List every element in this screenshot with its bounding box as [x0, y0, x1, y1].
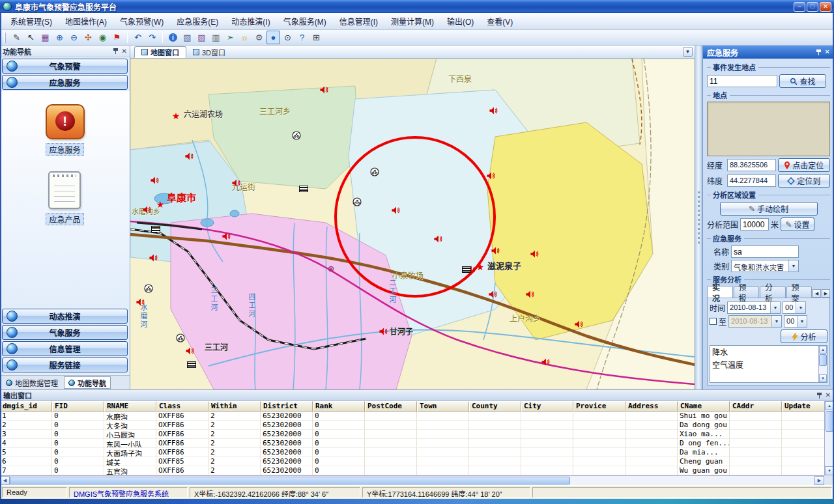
column-header-update[interactable]: Update	[782, 401, 824, 412]
chevron-down-icon[interactable]: ▼	[770, 302, 780, 313]
menu-system-management[interactable]: 系统管理(S)	[4, 14, 59, 29]
visibility-eye[interactable]: ⊙	[281, 31, 295, 44]
analyze-button[interactable]: 分析	[781, 329, 827, 343]
zoom-in[interactable]: ⊕	[53, 31, 66, 44]
scroll-up-arrow[interactable]: ▲	[819, 346, 827, 354]
place-listbox[interactable]	[707, 102, 830, 156]
service-name-input[interactable]	[731, 245, 799, 258]
tab-scroll-left[interactable]: ◀	[812, 289, 821, 298]
emergency-service-item[interactable]: ! 应急服务	[46, 104, 85, 156]
nav-info-management[interactable]: 信息管理	[2, 341, 128, 356]
table-row[interactable]: 40东风一小队OXFF8626523020000D ong fen...	[0, 439, 824, 448]
maximize-button[interactable]: □	[807, 2, 818, 12]
edit-pencil[interactable]: ✎	[10, 31, 23, 44]
table-row[interactable]: 20大冬沟OXFF8626523020000Da dong gou	[0, 421, 824, 430]
select-arrow[interactable]: ↖	[24, 31, 38, 44]
analysis-range-input[interactable]	[740, 218, 769, 231]
menu-output[interactable]: 输出(O)	[440, 14, 480, 29]
column-header-rname[interactable]: RNAME	[104, 401, 156, 412]
column-header-caddr[interactable]: CAddr	[730, 401, 782, 412]
zoom-next[interactable]: ↷	[145, 31, 159, 44]
identify-info[interactable]: i	[166, 31, 180, 44]
chevron-down-icon[interactable]: ▼	[788, 260, 798, 272]
close-icon[interactable]: ✕	[122, 48, 127, 55]
menu-emergency-service[interactable]: 应急服务(E)	[170, 14, 225, 29]
start-date-combo[interactable]: 2010-08-13 ▼	[727, 301, 781, 314]
manual-draw-button[interactable]: ✎ 手动绘制	[720, 202, 818, 216]
find-button[interactable]: 查找	[779, 74, 826, 88]
map-splitter[interactable]	[695, 46, 702, 389]
chevron-down-icon[interactable]: ▼	[797, 316, 807, 327]
zoom-previous[interactable]: ↶	[131, 31, 145, 44]
tab-live[interactable]: 实况	[707, 286, 733, 298]
tab-function-navigation[interactable]: 功能导航	[64, 376, 111, 389]
output-horizontal-scrollbar[interactable]: ◀ ▶	[0, 475, 824, 485]
column-header-fid[interactable]: FID	[52, 401, 104, 412]
menu-weather-warning[interactable]: 气象预警(W)	[113, 14, 170, 29]
tab-scroll-right[interactable]: ▶	[822, 289, 830, 298]
close-icon[interactable]: ✕	[825, 49, 830, 55]
settings-gear[interactable]: ⚙	[252, 31, 266, 44]
tab-list-dropdown[interactable]: ▼	[683, 47, 693, 57]
pointer-select[interactable]: ➣	[223, 31, 237, 44]
element-list-scrollbar[interactable]: ▲ ▼	[818, 346, 827, 382]
service-type-combo[interactable]: 气象和洪水灾害 ▼	[731, 260, 799, 272]
column-header-address[interactable]: Address	[626, 401, 678, 412]
table-row[interactable]: 60城关OXFF8526523020000Cheng guan	[0, 457, 824, 466]
export-map[interactable]: ⊞	[309, 31, 323, 44]
tab-3d-window[interactable]: 3D窗口	[186, 46, 232, 58]
tab-plan[interactable]: 预案	[786, 287, 812, 298]
set-range-button[interactable]: ✎ 设置	[781, 217, 814, 231]
scroll-thumb[interactable]	[10, 477, 570, 484]
print[interactable]: ▥	[209, 31, 223, 44]
start-hour-combo[interactable]: 00 ▼	[783, 301, 806, 314]
menu-view[interactable]: 查看(V)	[480, 14, 519, 29]
element-list[interactable]: 降水空气温度 ▲ ▼	[710, 345, 827, 383]
tab-map-data-management[interactable]: 地图数据管理	[1, 376, 63, 389]
column-header-provice[interactable]: Provice	[573, 401, 626, 412]
column-header-district[interactable]: District	[261, 401, 313, 412]
menu-map-operations[interactable]: 地图操作(A)	[59, 14, 113, 29]
end-hour-combo[interactable]: 00 ▼	[784, 315, 807, 328]
element-item[interactable]: 空气温度	[710, 358, 818, 371]
scroll-down-arrow[interactable]: ▼	[819, 374, 827, 382]
column-header-rank[interactable]: Rank	[313, 401, 365, 412]
nav-weather-warning[interactable]: 气象预警	[2, 59, 128, 74]
help[interactable]: ?	[295, 31, 309, 44]
nav-weather-service[interactable]: 气象服务	[2, 325, 128, 340]
flag-pin[interactable]: ⚑	[110, 31, 124, 44]
chevron-down-icon[interactable]: ▼	[796, 302, 805, 313]
column-header-class[interactable]: Class	[156, 401, 208, 412]
tab-forecast[interactable]: 预报	[734, 287, 760, 298]
click-locate-button[interactable]: 点击定位	[778, 158, 830, 172]
table-row[interactable]: 10水磨沟OXFF8626523020000Shui mo gou	[0, 412, 824, 421]
table-row[interactable]: 30小马厩沟OXFF8626523020000Xiao ma...	[0, 430, 824, 439]
pan-hand[interactable]: ✣	[81, 31, 95, 44]
to-checkbox[interactable]	[710, 318, 717, 325]
pin-icon[interactable]	[816, 49, 822, 56]
nav-service-links[interactable]: 服务链接	[2, 357, 128, 372]
column-header-county[interactable]: County	[469, 401, 521, 412]
menu-info-management[interactable]: 信息管理(I)	[333, 14, 384, 29]
table-row[interactable]: 70五官沟OXFF8626523020000Wu guan gou	[0, 466, 824, 475]
scroll-thumb[interactable]	[819, 354, 827, 366]
element-item[interactable]: 降水	[710, 346, 818, 358]
scroll-left-arrow[interactable]: ◀	[0, 476, 10, 485]
close-icon[interactable]: ✕	[826, 392, 831, 399]
location-search-input[interactable]	[707, 75, 777, 87]
toolbar-grip[interactable]	[4, 33, 6, 43]
longitude-field[interactable]: 88.3625506	[727, 159, 776, 171]
zoom-out[interactable]: ⊖	[67, 31, 81, 44]
menu-weather-service[interactable]: 气象服务(M)	[277, 14, 333, 29]
column-header-city[interactable]: City	[521, 401, 573, 412]
nav-emergency-service[interactable]: 应急服务	[2, 75, 128, 90]
locate-to-button[interactable]: 定位到	[778, 174, 830, 188]
emergency-product-item[interactable]: 应急产品	[46, 171, 83, 225]
tab-analysis[interactable]: 分析	[760, 287, 786, 298]
export-image[interactable]: ▨	[195, 31, 208, 44]
nav-dynamic-deduction[interactable]: 动态推演	[2, 309, 128, 324]
column-header-cname[interactable]: CName	[678, 401, 730, 412]
menu-dynamic-deduction[interactable]: 动态推演(I)	[225, 14, 276, 29]
full-extent[interactable]: ◉	[96, 31, 109, 44]
menu-measure-calc[interactable]: 测量计算(M)	[384, 14, 440, 29]
